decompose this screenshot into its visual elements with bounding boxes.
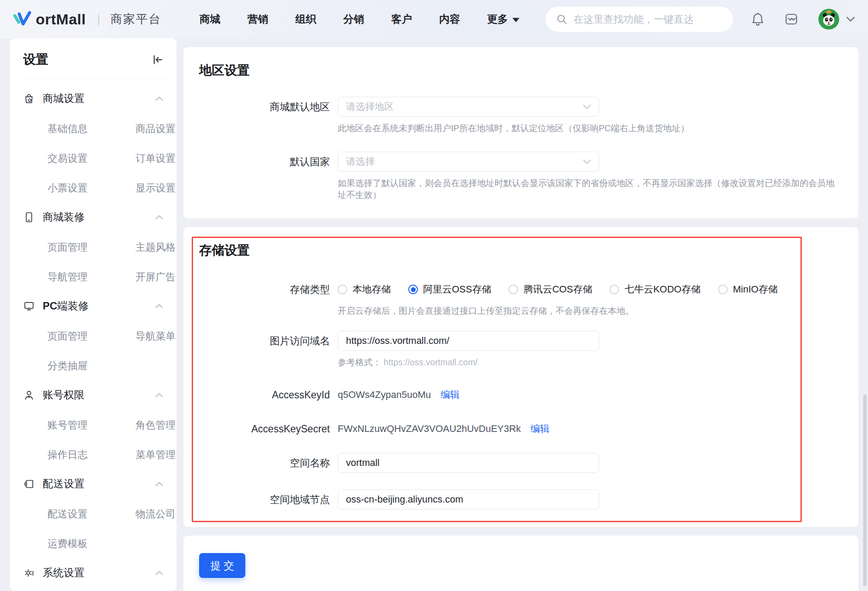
global-search[interactable] bbox=[546, 7, 733, 32]
sidebar-section-PC端装修[interactable]: PC端装修 bbox=[23, 296, 163, 316]
sidebar-item-导航菜单[interactable]: 导航菜单 bbox=[136, 326, 176, 346]
sidebar-item-运费模板[interactable]: 运费模板 bbox=[47, 534, 122, 553]
radio-label: MinIO存储 bbox=[733, 283, 778, 296]
sidebar-item-配送设置[interactable]: 配送设置 bbox=[47, 504, 122, 523]
image-domain-hint: 参考格式： https://oss.vortmall.com/ bbox=[338, 357, 843, 368]
sidebar-section-配送设置[interactable]: 配送设置 bbox=[23, 474, 163, 494]
nav-item-组织[interactable]: 组织 bbox=[295, 12, 316, 26]
sidebar-item-页面管理[interactable]: 页面管理 bbox=[47, 238, 122, 257]
sidebar-item-菜单管理[interactable]: 菜单管理 bbox=[136, 445, 176, 464]
radio-ring bbox=[338, 285, 347, 294]
radio-label: 阿里云OSS存储 bbox=[423, 283, 491, 296]
chevron-up-icon[interactable] bbox=[155, 571, 163, 575]
nav-item-营销[interactable]: 营销 bbox=[248, 12, 268, 26]
storage-type-label: 存储类型 bbox=[199, 279, 330, 317]
sidebar-section-children: 基础信息商品设置交易设置订单设置小票设置显示设置 bbox=[23, 119, 163, 197]
brand-logo[interactable]: ortMall | 商家平台 bbox=[13, 10, 161, 28]
nav-item-客户[interactable]: 客户 bbox=[391, 12, 412, 26]
access-key-secret-row: AccessKeySecret FWxNLzuwQHvZAV3VOAU2hUvD… bbox=[199, 421, 843, 436]
sidebar-item-交易设置[interactable]: 交易设置 bbox=[47, 149, 122, 168]
account-menu[interactable] bbox=[818, 9, 855, 30]
storage-type-radio-七牛云KODO存储[interactable]: 七牛云KODO存储 bbox=[610, 283, 701, 296]
search-input[interactable] bbox=[573, 14, 722, 25]
select-placeholder: 请选择 bbox=[346, 155, 583, 168]
sidebar-section-label: 商城装修 bbox=[43, 210, 147, 224]
sidebar-section-商城装修[interactable]: 商城装修 bbox=[23, 207, 163, 227]
default-country-select[interactable]: 请选择 bbox=[338, 152, 599, 172]
sidebar-item-显示设置[interactable]: 显示设置 bbox=[136, 178, 176, 197]
default-region-label: 商城默认地区 bbox=[199, 97, 330, 134]
sidebar-item-小票设置[interactable]: 小票设置 bbox=[47, 178, 122, 197]
storage-type-radio-阿里云OSS存储[interactable]: 阿里云OSS存储 bbox=[408, 283, 491, 296]
default-region-select[interactable]: 请选择地区 bbox=[338, 97, 599, 117]
sidebar-item-页面管理[interactable]: 页面管理 bbox=[47, 326, 122, 346]
hint-prefix: 参考格式： bbox=[338, 357, 381, 367]
sidebar-item-账号管理[interactable]: 账号管理 bbox=[47, 415, 122, 435]
radio-ring bbox=[718, 285, 728, 294]
image-domain-row: 图片访问域名 参考格式： https://oss.vortmall.com/ bbox=[199, 331, 843, 368]
nav-more-label: 更多 bbox=[487, 12, 508, 26]
chevron-up-icon[interactable] bbox=[155, 304, 163, 309]
chevron-up-icon[interactable] bbox=[155, 96, 163, 101]
access-key-id-edit-link[interactable]: 编辑 bbox=[441, 388, 460, 401]
select-placeholder: 请选择地区 bbox=[346, 100, 583, 113]
logo-divider: | bbox=[97, 13, 100, 26]
sidebar-section-children: 页面管理导航菜单分类抽屉 bbox=[23, 326, 163, 375]
primary-nav: 商城营销组织分销客户内容 更多 bbox=[200, 12, 519, 26]
nav-item-内容[interactable]: 内容 bbox=[439, 12, 460, 26]
sidebar-item-导航管理[interactable]: 导航管理 bbox=[47, 267, 122, 286]
delivery-icon bbox=[23, 478, 35, 490]
nav-item-more[interactable]: 更多 bbox=[487, 12, 519, 26]
caret-down-icon bbox=[512, 18, 519, 22]
chevron-up-icon[interactable] bbox=[155, 482, 163, 486]
sidebar-item-基础信息[interactable]: 基础信息 bbox=[47, 119, 122, 138]
storage-type-radio-本地存储[interactable]: 本地存储 bbox=[338, 283, 391, 296]
sidebar-collapse-icon[interactable] bbox=[152, 54, 163, 65]
radio-label: 七牛云KODO存储 bbox=[624, 283, 701, 296]
sidebar-section-children: 账号管理角色管理操作日志菜单管理 bbox=[23, 415, 163, 464]
access-key-id-label: AccessKeyId bbox=[199, 387, 330, 402]
vertical-scrollbar[interactable] bbox=[863, 394, 867, 586]
sidebar-section-系统设置[interactable]: 系统设置 bbox=[23, 563, 163, 583]
sidebar-section-账号权限[interactable]: 账号权限 bbox=[23, 385, 163, 405]
sidebar-item-分类抽屉[interactable]: 分类抽屉 bbox=[47, 356, 122, 375]
gear-icon bbox=[23, 567, 35, 579]
image-domain-input[interactable] bbox=[338, 331, 599, 351]
endpoint-row: 空间地域节点 bbox=[199, 489, 843, 509]
radio-ring bbox=[610, 285, 619, 294]
radio-ring bbox=[408, 285, 418, 294]
notification-bell-icon[interactable] bbox=[751, 12, 764, 26]
shop-bag-gear-icon bbox=[23, 93, 35, 105]
user-icon bbox=[23, 389, 35, 401]
chevron-up-icon[interactable] bbox=[155, 215, 163, 220]
sidebar-item-商品设置[interactable]: 商品设置 bbox=[136, 119, 176, 138]
logo-checkmark-icon bbox=[13, 10, 31, 28]
sidebar-item-主题风格[interactable]: 主题风格 bbox=[136, 238, 176, 257]
region-settings-card: 地区设置 商城默认地区 请选择地区 此地区会在系统未判断出用户IP所在地域时，默… bbox=[183, 47, 858, 218]
sidebar-item-角色管理[interactable]: 角色管理 bbox=[136, 415, 176, 435]
sidebar-section-label: 账号权限 bbox=[43, 388, 147, 402]
nav-item-商城[interactable]: 商城 bbox=[200, 12, 220, 26]
image-domain-label: 图片访问域名 bbox=[199, 331, 330, 368]
hint-url: https://oss.vortmall.com/ bbox=[384, 357, 478, 367]
card-title-storage: 存储设置 bbox=[199, 242, 843, 259]
workbench-icon[interactable] bbox=[784, 13, 798, 26]
nav-item-分销[interactable]: 分销 bbox=[343, 12, 364, 26]
storage-type-radio-腾讯云COS存储[interactable]: 腾讯云COS存储 bbox=[509, 283, 592, 296]
sidebar-item-物流公司[interactable]: 物流公司 bbox=[136, 504, 176, 523]
bucket-name-label: 空间名称 bbox=[199, 453, 330, 473]
monitor-icon bbox=[23, 300, 35, 312]
sidebar-item-操作日志[interactable]: 操作日志 bbox=[47, 445, 122, 464]
access-key-secret-edit-link[interactable]: 编辑 bbox=[530, 422, 549, 435]
sidebar-item-订单设置[interactable]: 订单设置 bbox=[136, 149, 176, 168]
sidebar-section-商城设置[interactable]: 商城设置 bbox=[23, 88, 163, 109]
avatar[interactable] bbox=[818, 9, 839, 30]
submit-button[interactable]: 提 交 bbox=[199, 553, 245, 578]
storage-type-radio-MinIO存储[interactable]: MinIO存储 bbox=[718, 283, 778, 296]
bucket-name-input[interactable] bbox=[338, 453, 599, 473]
endpoint-label: 空间地域节点 bbox=[199, 489, 330, 509]
chevron-up-icon[interactable] bbox=[155, 393, 163, 397]
sidebar-item-开屏广告[interactable]: 开屏广告 bbox=[136, 267, 176, 286]
endpoint-input[interactable] bbox=[338, 489, 599, 509]
card-title-region: 地区设置 bbox=[199, 62, 843, 79]
